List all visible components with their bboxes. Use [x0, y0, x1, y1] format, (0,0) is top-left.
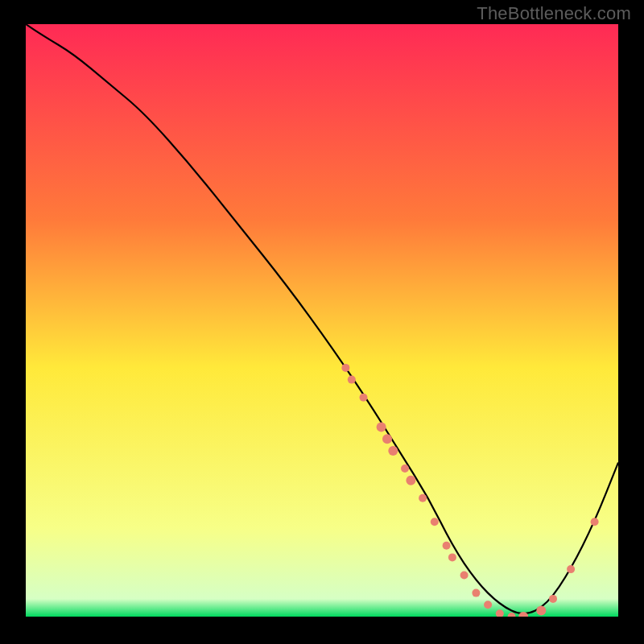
- data-point: [536, 606, 546, 616]
- data-point: [419, 494, 427, 502]
- data-point: [484, 601, 492, 609]
- data-point: [443, 542, 451, 550]
- data-point: [431, 518, 439, 526]
- data-point: [448, 553, 456, 561]
- bottleneck-chart: [26, 24, 618, 617]
- data-point: [377, 423, 386, 432]
- data-point: [348, 376, 356, 384]
- data-point: [406, 476, 415, 485]
- chart-frame: TheBottleneck.com: [0, 0, 644, 644]
- plot-background: [26, 24, 618, 617]
- data-point: [401, 464, 409, 473]
- data-point: [567, 565, 575, 573]
- data-point: [472, 589, 480, 597]
- data-point: [591, 518, 599, 526]
- data-point: [341, 364, 349, 372]
- data-point: [388, 446, 398, 456]
- data-point: [460, 572, 469, 580]
- data-point: [549, 595, 557, 603]
- data-point: [360, 394, 368, 402]
- data-point: [382, 434, 392, 444]
- watermark-text: TheBottleneck.com: [477, 3, 631, 24]
